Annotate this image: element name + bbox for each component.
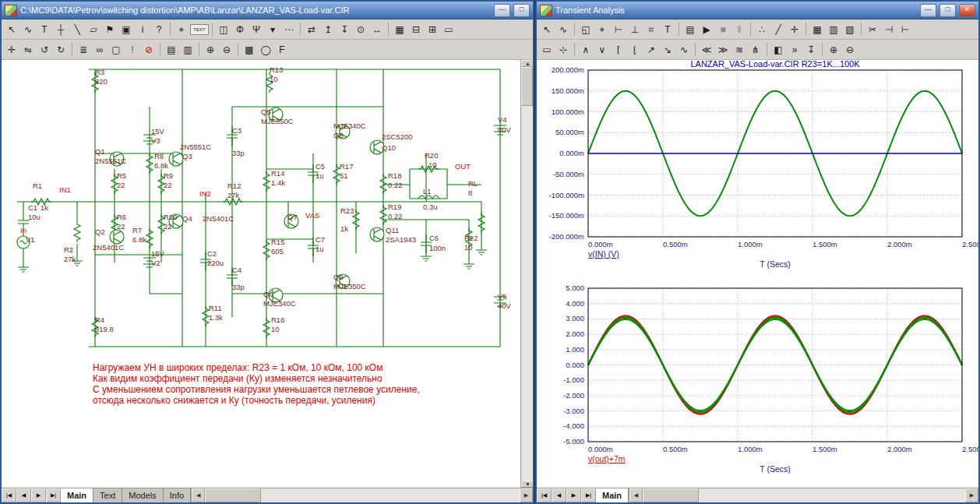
- wave-left-icon[interactable]: ≪: [699, 42, 714, 58]
- analysis-titlebar[interactable]: Transient Analysis — □ ✕: [537, 2, 978, 19]
- data-points-icon[interactable]: ∴: [754, 22, 770, 37]
- web-icon[interactable]: ◯: [258, 42, 273, 58]
- stretch-wires-icon[interactable]: ↔: [369, 22, 385, 37]
- vertical-scroll-thumb[interactable]: [521, 67, 533, 106]
- graphics-tool-icon[interactable]: ▱: [86, 22, 101, 37]
- low-icon[interactable]: ⌊: [627, 42, 643, 58]
- help-mode-icon[interactable]: ?: [151, 22, 167, 37]
- properties-icon[interactable]: ▭: [441, 22, 457, 37]
- scroll-left-icon[interactable]: ◀: [192, 488, 205, 502]
- valley-icon[interactable]: ∨: [594, 42, 610, 58]
- slope-down-icon[interactable]: ↘: [660, 42, 675, 58]
- properties-icon[interactable]: ▤: [682, 22, 698, 37]
- stop-icon[interactable]: ■: [715, 22, 731, 37]
- cut-icon[interactable]: ✂: [865, 22, 880, 37]
- wire-tool-icon[interactable]: ┼: [53, 22, 69, 37]
- horizontal-scrollbar[interactable]: ◀ ▶: [191, 488, 533, 502]
- envelope-icon[interactable]: ≋: [731, 42, 747, 58]
- horizontal-scroll-thumb[interactable]: [205, 488, 261, 502]
- plot-panel-icon[interactable]: ▦: [809, 22, 825, 37]
- scale-mode-icon[interactable]: ◱: [578, 22, 594, 37]
- slider-icon[interactable]: Ψ: [249, 22, 264, 37]
- last-page-button[interactable]: ▶|: [46, 488, 61, 502]
- image-export-icon[interactable]: ▩: [241, 42, 257, 58]
- select-tool-icon[interactable]: ↖: [4, 22, 19, 37]
- wave-right-icon[interactable]: ≫: [715, 42, 731, 58]
- grid-menu-icon[interactable]: ▦: [392, 22, 407, 37]
- more-tools-icon[interactable]: ⋯: [281, 22, 297, 37]
- waveform-legend[interactable]: v(out)+7m: [588, 454, 626, 463]
- inflection-icon[interactable]: ∿: [676, 42, 692, 58]
- performance-tag-icon[interactable]: ⌗: [643, 22, 659, 37]
- scroll-right-icon[interactable]: ▶: [520, 488, 533, 502]
- page-tab-info[interactable]: Info: [164, 488, 191, 502]
- zoom-region-icon[interactable]: ▭: [539, 42, 555, 58]
- fan-icon[interactable]: ⋔: [748, 42, 763, 58]
- info-mode-icon[interactable]: i: [135, 22, 150, 37]
- waveform-legend[interactable]: v(IN) (V): [588, 249, 619, 259]
- first-page-button[interactable]: |◀: [537, 488, 552, 502]
- last-page-button[interactable]: ▶|: [581, 488, 596, 502]
- text-banner-icon[interactable]: TEXT: [190, 24, 209, 35]
- new-window-icon[interactable]: ⊞: [425, 22, 440, 37]
- zoom-in-icon[interactable]: ⊕: [203, 42, 218, 58]
- prev-page-button[interactable]: ◀: [16, 488, 31, 502]
- schematic-canvas[interactable]: R3820R1310Q5MJE350CC333pMJE340CQ82SC5200…: [2, 60, 533, 488]
- send-to-back-icon[interactable]: ↧: [337, 22, 352, 37]
- run-icon[interactable]: ▶: [699, 22, 714, 37]
- step-box-icon[interactable]: ≣: [76, 42, 91, 58]
- page-tab-models[interactable]: Models: [122, 488, 163, 502]
- mirror-icon[interactable]: ⇋: [20, 42, 36, 58]
- zoom-out-icon[interactable]: ⊖: [219, 42, 234, 58]
- text-tool-icon[interactable]: T: [660, 22, 675, 37]
- power-icon[interactable]: Φ: [232, 22, 248, 37]
- next-data-point-icon[interactable]: ⊹: [555, 42, 571, 58]
- minimize-button[interactable]: —: [920, 4, 936, 17]
- go-to-x-icon[interactable]: »: [787, 42, 802, 58]
- copy-to-clipboard-icon[interactable]: ▤: [164, 42, 179, 58]
- minimize-button[interactable]: —: [494, 4, 510, 17]
- point-to-end-icon[interactable]: ⌖: [174, 22, 189, 37]
- page-tab-main[interactable]: Main: [61, 488, 93, 502]
- mode-menu-icon[interactable]: ▾: [265, 22, 280, 37]
- tag-left-icon[interactable]: ⊣: [881, 22, 897, 37]
- scroll-right-icon[interactable]: ▶: [965, 488, 978, 502]
- node-numbers-toggle-icon[interactable]: ⊙: [353, 22, 368, 37]
- schematic-drawing[interactable]: R3820R1310Q5MJE350CC333pMJE340CQ82SC5200…: [2, 60, 521, 488]
- numeric-output-icon[interactable]: ▥: [826, 22, 841, 37]
- peak-icon[interactable]: ∧: [578, 42, 594, 58]
- page-tab-text[interactable]: Text: [93, 488, 122, 502]
- diagonal-wire-tool-icon[interactable]: ╲: [69, 22, 85, 37]
- go-to-y-icon[interactable]: ↧: [803, 42, 819, 58]
- scroll-down-icon[interactable]: ▼: [521, 481, 533, 488]
- maximize-button[interactable]: □: [939, 4, 956, 17]
- crosshair-icon[interactable]: ✛: [787, 22, 802, 37]
- component-tool-icon[interactable]: ∿: [20, 22, 36, 37]
- component-menu-icon[interactable]: ∿: [555, 22, 571, 37]
- tile-windows-icon[interactable]: ◫: [216, 22, 231, 37]
- pan-tool-icon[interactable]: ✛: [4, 42, 19, 58]
- swap-nodes-icon[interactable]: ⇄: [304, 22, 319, 37]
- close-button[interactable]: ✕: [959, 4, 975, 17]
- scroll-left-icon[interactable]: ◀: [629, 488, 643, 502]
- find-binoculars-icon[interactable]: ∞: [92, 42, 108, 58]
- horizontal-scroll-track[interactable]: [205, 488, 520, 502]
- picture-tool-icon[interactable]: ▣: [118, 22, 134, 37]
- monitor-icon[interactable]: ▢: [108, 42, 124, 58]
- zoom-out-icon[interactable]: ⊖: [842, 42, 858, 58]
- rotate-cw-icon[interactable]: ↻: [53, 42, 69, 58]
- font-icon[interactable]: F: [274, 42, 290, 58]
- horizontal-scroll-track[interactable]: [643, 488, 965, 502]
- schematic-titlebar[interactable]: C:\MC9\DATA\Petrov\switching distortion\…: [2, 2, 533, 19]
- cursor-mode-graph-icon[interactable]: ⌖: [594, 22, 610, 37]
- color-fill-menu-icon[interactable]: ◧: [770, 42, 786, 58]
- horizontal-tag-icon[interactable]: ⊢: [611, 22, 626, 37]
- copy-picture-icon[interactable]: ▥: [180, 42, 196, 58]
- horizontal-scrollbar[interactable]: ◀ ▶: [629, 488, 978, 502]
- slope-up-icon[interactable]: ↗: [643, 42, 659, 58]
- pause-icon[interactable]: ‖: [731, 22, 747, 37]
- rotate-ccw-icon[interactable]: ↺: [37, 42, 52, 58]
- horizontal-scroll-thumb[interactable]: [643, 488, 699, 502]
- info-circle-icon[interactable]: !: [125, 42, 140, 58]
- page-tab-main[interactable]: Main: [596, 488, 629, 502]
